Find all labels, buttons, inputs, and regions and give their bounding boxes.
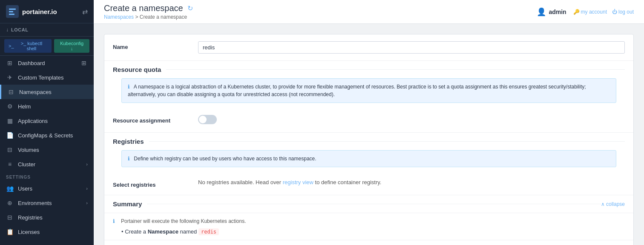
sidebar-item-users[interactable]: 👥 Users › bbox=[0, 181, 94, 196]
chevron-right-icon: › bbox=[86, 162, 88, 167]
my-account-link[interactable]: 🔑 my account bbox=[573, 9, 607, 15]
divider bbox=[149, 141, 625, 142]
registries-info-box: ℹ Define which registry can be used by u… bbox=[121, 150, 616, 167]
admin-user: 👤 admin bbox=[537, 7, 566, 17]
name-input[interactable] bbox=[198, 41, 625, 54]
logo: portainer.io bbox=[6, 5, 57, 18]
summary-header: Summary ∧ collapse bbox=[104, 195, 633, 213]
kubectl-shell-button[interactable]: >_ >_ kubectl shell bbox=[4, 39, 52, 53]
settings-header: SETTINGS bbox=[0, 171, 94, 181]
breadcrumb-separator: > bbox=[135, 14, 139, 20]
sidebar-item-label: Licenses bbox=[18, 229, 40, 235]
top-right: 👤 admin 🔑 my account ⏻ log out bbox=[537, 7, 634, 17]
top-bar: Create a namespace ↻ Namespaces > Create… bbox=[94, 0, 644, 24]
sidebar-item-configmaps[interactable]: 📄 ConfigMaps & Secrets bbox=[0, 128, 94, 142]
resource-quota-title: Resource quota bbox=[113, 66, 161, 73]
top-links: 🔑 my account ⏻ log out bbox=[573, 9, 634, 15]
sidebar-item-licenses[interactable]: 📋 Licenses bbox=[0, 225, 94, 239]
resource-assignment-label: Resource assignment bbox=[113, 115, 198, 124]
sidebar-item-applications[interactable]: ▦ Applications bbox=[0, 114, 94, 128]
collapse-link[interactable]: ∧ collapse bbox=[601, 201, 625, 207]
registries-field: No registries available. Head over regis… bbox=[198, 179, 625, 185]
breadcrumb-namespaces-link[interactable]: Namespaces bbox=[104, 14, 134, 20]
page-header-left: Create a namespace ↻ Namespaces > Create… bbox=[104, 3, 193, 20]
form-section: Name Resource quota ℹ A namespace is a l… bbox=[104, 34, 634, 245]
sidebar: portainer.io ⇄ ↓ LOCAL >_ >_ kubectl she… bbox=[0, 0, 94, 245]
kubectl-bar: >_ >_ kubectl shell Kubeconfig ↓ bbox=[0, 37, 94, 56]
registries-icon: ⊟ bbox=[6, 214, 14, 221]
content-area: Name Resource quota ℹ A namespace is a l… bbox=[94, 24, 644, 245]
resource-assignment-toggle[interactable] bbox=[198, 115, 217, 124]
main-content: Create a namespace ↻ Namespaces > Create… bbox=[94, 0, 644, 245]
select-registries-label: Select registries bbox=[113, 179, 198, 188]
summary-info: ℹ Portainer will execute the following K… bbox=[113, 218, 625, 224]
applications-icon: ▦ bbox=[6, 117, 14, 124]
svg-rect-3 bbox=[9, 14, 14, 15]
registry-view-link[interactable]: registry view bbox=[283, 179, 313, 185]
info-icon: ℹ bbox=[128, 156, 130, 162]
sidebar-item-dashboard[interactable]: ⊞ Dashboard ⊞ bbox=[0, 56, 94, 70]
info-icon: ℹ bbox=[128, 84, 130, 90]
sidebar-item-label: Volumes bbox=[18, 147, 39, 153]
summary-namespace-code: redis bbox=[198, 228, 219, 235]
summary-title: Summary bbox=[113, 200, 142, 208]
kubeconfig-button[interactable]: Kubeconfig ↓ bbox=[54, 39, 89, 53]
resource-quota-header: Resource quota bbox=[113, 66, 625, 73]
registries-section: Registries ℹ Define which registry can b… bbox=[104, 133, 633, 195]
logout-link[interactable]: ⏻ log out bbox=[612, 9, 634, 15]
logout-icon: ⏻ bbox=[612, 9, 617, 15]
environments-icon: ⊕ bbox=[6, 199, 14, 206]
divider bbox=[147, 204, 601, 204]
dashboard-grid-icon: ⊞ bbox=[80, 60, 88, 66]
breadcrumb-current: Create a namespace bbox=[140, 14, 187, 20]
info-icon: ℹ bbox=[113, 218, 115, 224]
dashboard-icon: ⊞ bbox=[6, 60, 14, 66]
page-title-row: Create a namespace ↻ bbox=[104, 3, 193, 13]
sidebar-item-namespaces[interactable]: ⊟ Namespaces bbox=[0, 85, 94, 99]
svg-rect-2 bbox=[9, 11, 13, 12]
name-field bbox=[198, 41, 625, 54]
sidebar-item-environments[interactable]: ⊕ Environments › bbox=[0, 196, 94, 210]
sidebar-item-label: Environments bbox=[18, 200, 52, 206]
settings-nav-items: 👥 Users › ⊕ Environments › ⊟ Registries … bbox=[0, 181, 94, 239]
helm-icon: ⚙ bbox=[6, 103, 14, 110]
configmaps-icon: 📄 bbox=[6, 132, 14, 139]
chevron-right-icon: › bbox=[86, 186, 88, 191]
sidebar-item-volumes[interactable]: ⊟ Volumes bbox=[0, 142, 94, 157]
sidebar-item-helm[interactable]: ⚙ Helm bbox=[0, 99, 94, 114]
sidebar-item-registries[interactable]: ⊟ Registries bbox=[0, 210, 94, 225]
summary-section: Summary ∧ collapse ℹ Portainer will exec… bbox=[104, 195, 633, 240]
toggle-field bbox=[198, 115, 625, 125]
breadcrumb: Namespaces > Create a namespace bbox=[104, 14, 193, 20]
key-icon: 🔑 bbox=[573, 9, 580, 15]
kubectl-terminal-icon: >_ bbox=[9, 43, 14, 48]
portainer-logo-icon bbox=[6, 5, 19, 18]
sidebar-item-label: Dashboard bbox=[18, 60, 45, 66]
summary-namespace-bold: Namespace bbox=[148, 228, 178, 235]
sidebar-logo: portainer.io ⇄ bbox=[0, 0, 94, 23]
summary-item: Create a Namespace named redis bbox=[113, 228, 625, 235]
sidebar-item-cluster[interactable]: ≡ Cluster › bbox=[0, 157, 94, 171]
sidebar-item-label: Custom Templates bbox=[18, 74, 63, 81]
name-label: Name bbox=[113, 41, 198, 50]
resource-quota-section: Resource quota ℹ A namespace is a logica… bbox=[104, 61, 633, 133]
sidebar-item-label: ConfigMaps & Secrets bbox=[18, 132, 73, 139]
sidebar-item-label: Users bbox=[18, 185, 32, 192]
sidebar-item-custom-templates[interactable]: ✈ Custom Templates bbox=[0, 70, 94, 85]
sidebar-item-label: Cluster bbox=[18, 161, 35, 168]
name-row: Name bbox=[104, 34, 633, 61]
custom-templates-icon: ✈ bbox=[6, 74, 14, 81]
toggle-slider bbox=[198, 115, 217, 124]
actions-header: Actions bbox=[104, 240, 633, 245]
summary-content: ℹ Portainer will execute the following K… bbox=[104, 213, 633, 240]
volumes-icon: ⊟ bbox=[6, 146, 14, 153]
sidebar-item-label: Namespaces bbox=[19, 89, 52, 95]
registries-header: Registries bbox=[113, 138, 625, 145]
sidebar-item-label: Helm bbox=[18, 103, 31, 110]
sidebar-toggle-icon[interactable]: ⇄ bbox=[82, 8, 88, 16]
licenses-icon: 📋 bbox=[6, 228, 14, 235]
select-registries-row: Select registries No registries availabl… bbox=[113, 172, 625, 195]
env-prefix-icon: ↓ bbox=[6, 27, 9, 33]
refresh-icon[interactable]: ↻ bbox=[187, 4, 193, 12]
env-section: ↓ LOCAL bbox=[0, 23, 94, 37]
